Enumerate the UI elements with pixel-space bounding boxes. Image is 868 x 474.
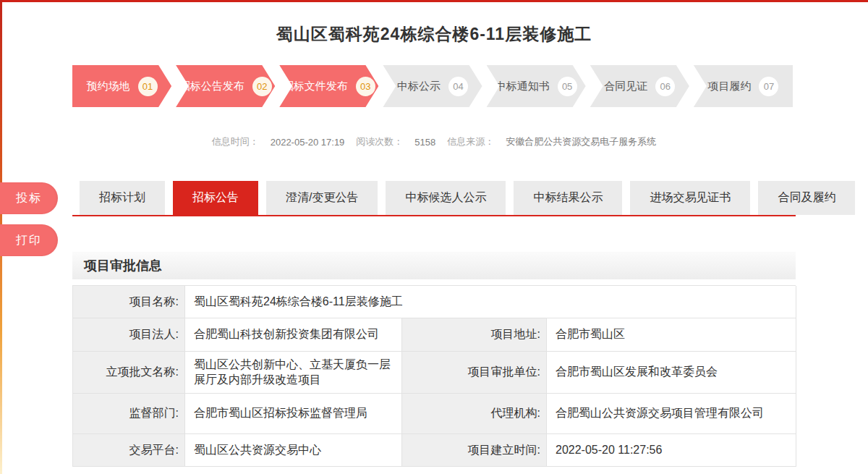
info-bar: 信息时间： 2022-05-20 17:19 阅读次数： 5158 信息来源： … (72, 135, 796, 148)
step-label: 项目履约 (707, 80, 751, 93)
step-contract-witness: 合同见证 06 (590, 65, 689, 107)
row-label-trading-platform: 交易平台: (73, 434, 185, 467)
tab-clarification-change[interactable]: 澄清/变更公告 (266, 181, 378, 215)
tab-entry-certificate[interactable]: 进场交易见证书 (630, 181, 750, 215)
step-number-badge: 02 (252, 77, 272, 96)
row-label-created-time: 项目建立时间: (402, 434, 547, 467)
section-header-approval-info: 项目审批信息 (72, 252, 796, 279)
step-award-notice: 中标通知书 05 (487, 65, 586, 107)
tabs-red-underline (72, 215, 796, 216)
step-number-badge: 07 (759, 77, 778, 96)
table-row: 项目法人: 合肥蜀山科技创新投资集团有限公司 项目地址: 合肥市蜀山区 (73, 318, 796, 352)
step-reserve-venue: 预约场地 01 (72, 65, 171, 107)
row-value-legal-person: 合肥蜀山科技创新投资集团有限公司 (185, 318, 402, 352)
row-value-supervision-dept: 合肥市蜀山区招标投标监督管理局 (185, 394, 402, 434)
row-label-project-name: 项目名称: (73, 286, 185, 318)
bid-button[interactable]: 投标 (0, 182, 58, 214)
row-label-supervision-dept: 监督部门: (73, 394, 185, 434)
row-value-project-address: 合肥市蜀山区 (547, 318, 796, 352)
row-value-trading-platform: 蜀山区公共资源交易中心 (185, 434, 402, 467)
step-number-badge: 03 (356, 77, 375, 96)
table-row: 立项批文名称: 蜀山区公共创新中心、立基天厦负一层展厅及内部升级改造项目 项目审… (73, 352, 796, 394)
step-winner-publicity: 中标公示 04 (383, 65, 482, 107)
step-project-performance: 项目履约 07 (694, 65, 793, 107)
row-label-approval-unit: 项目审批单位: (402, 352, 547, 394)
section-title: 项目审批信息 (84, 257, 162, 274)
step-number-badge: 01 (138, 77, 158, 96)
info-views-value: 5158 (414, 137, 435, 148)
row-value-project-name: 蜀山区蜀科苑24栋综合楼6-11层装修施工 (185, 286, 796, 318)
table-row: 监督部门: 合肥市蜀山区招标投标监督管理局 代理机构: 合肥蜀山公共资源交易项目… (73, 394, 796, 434)
table-row: 交易平台: 蜀山区公共资源交易中心 项目建立时间: 2022-05-20 11:… (73, 434, 796, 467)
info-source-label: 信息来源： (447, 135, 494, 148)
info-views-label: 阅读次数： (356, 135, 403, 148)
step-number-badge: 04 (448, 77, 468, 96)
info-time-label: 信息时间： (212, 135, 259, 148)
row-label-approval-doc: 立项批文名称: (73, 352, 185, 394)
row-value-created-time: 2022-05-20 11:27:56 (547, 434, 796, 467)
tabs-bar: 招标计划 招标公告 澄清/变更公告 中标候选人公示 中标结果公示 进场交易见证书… (80, 181, 796, 215)
row-value-approval-doc: 蜀山区公共创新中心、立基天厦负一层展厅及内部升级改造项目 (185, 352, 402, 394)
step-label: 预约场地 (87, 80, 130, 93)
tab-contract-performance[interactable]: 合同及履约 (758, 181, 855, 215)
print-button[interactable]: 打印 (0, 224, 58, 256)
tab-tender-plan[interactable]: 招标计划 (80, 181, 165, 215)
tab-tender-announcement[interactable]: 招标公告 (173, 181, 258, 215)
step-label: 招标文件发布 (283, 80, 348, 93)
row-label-project-address: 项目地址: (402, 318, 547, 352)
info-source-value: 安徽合肥公共资源交易电子服务系统 (506, 135, 656, 148)
table-row: 项目名称: 蜀山区蜀科苑24栋综合楼6-11层装修施工 (73, 286, 796, 318)
approval-table: 项目名称: 蜀山区蜀科苑24栋综合楼6-11层装修施工 项目法人: 合肥蜀山科技… (72, 285, 796, 467)
progress-steps-bar: 预约场地 01 招标公告发布 02 招标文件发布 03 中标公示 04 中标通知… (72, 65, 793, 107)
tab-candidate-publicity[interactable]: 中标候选人公示 (386, 181, 506, 215)
step-tender-documents: 招标文件发布 03 (279, 65, 378, 107)
row-label-agency: 代理机构: (402, 394, 547, 434)
step-number-badge: 06 (655, 77, 675, 96)
row-label-legal-person: 项目法人: (73, 318, 185, 352)
row-value-agency: 合肥蜀山公共资源交易项目管理有限公司 (547, 394, 796, 434)
tab-result-publicity[interactable]: 中标结果公示 (514, 181, 622, 215)
step-label: 招标公告发布 (179, 80, 244, 93)
step-label: 中标公示 (397, 80, 441, 93)
top-red-border (0, 0, 868, 2)
step-number-badge: 05 (558, 77, 577, 96)
step-tender-announcement: 招标公告发布 02 (176, 65, 275, 107)
step-label: 合同见证 (604, 80, 647, 93)
info-time-value: 2022-05-20 17:19 (271, 137, 345, 148)
page-title: 蜀山区蜀科苑24栋综合楼6-11层装修施工 (72, 23, 796, 46)
step-label: 中标通知书 (495, 80, 550, 93)
row-value-approval-unit: 合肥市蜀山区发展和改革委员会 (547, 352, 796, 394)
